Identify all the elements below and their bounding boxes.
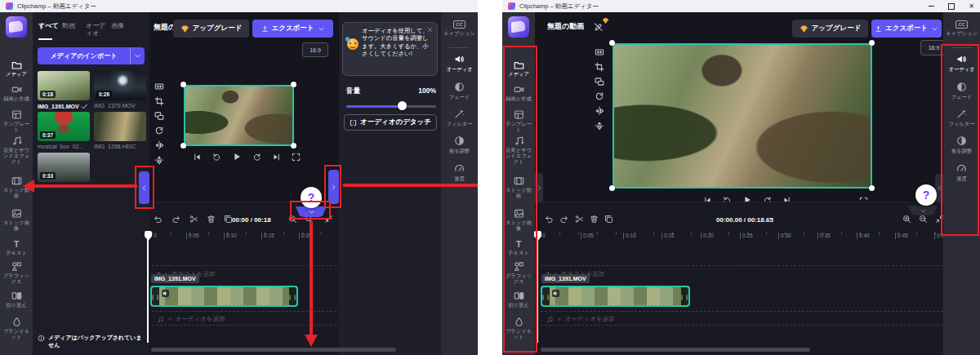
picture-in-picture-icon[interactable] [595,77,604,87]
volume-slider[interactable] [346,105,436,108]
resize-handle-tr[interactable] [291,82,296,87]
trim-handle-left[interactable]: ❘❘ [152,287,159,305]
help-button[interactable]: ? [915,184,937,206]
skip-to-end-icon[interactable] [272,153,281,162]
import-media-button[interactable]: メディアのインポート [38,47,130,64]
tab-image[interactable]: 画像 [111,22,132,29]
rotate-icon[interactable] [154,126,164,135]
clipchamp-app-logo[interactable] [6,16,27,38]
sidebar-item-media[interactable]: メディア [0,60,33,77]
sidebar-item-record[interactable]: 録画と作成 [0,84,33,101]
skip-to-start-icon[interactable] [193,153,202,162]
sidebar-item-stock-image[interactable]: ストック画像 [0,208,33,231]
zoom-in-icon[interactable] [902,215,911,224]
import-dropdown-chevron-icon[interactable] [130,47,145,64]
trash-icon[interactable] [207,215,216,224]
timeline-clip[interactable]: ❘❘ ❘❘ [541,286,690,307]
sidebar-item-templates[interactable]: テンプレート [0,109,33,132]
duplicate-icon[interactable] [604,215,613,224]
close-icon[interactable]: ✕ [969,3,974,10]
fit-icon[interactable] [595,47,604,57]
trim-handle-left[interactable]: ❘❘ [542,287,550,305]
sidebar-item-music[interactable]: 音楽とサウンドエフェクト [0,135,33,164]
undo-icon[interactable] [154,215,163,224]
fullscreen-icon[interactable] [292,153,301,162]
resize-handle-br[interactable] [869,185,875,191]
fast-forward-icon[interactable] [252,153,261,162]
resize-handle-bl[interactable] [180,143,186,149]
project-title[interactable]: 無題の動画 [154,22,173,33]
trim-handle-right[interactable]: ❘❘ [681,287,688,305]
minimize-icon[interactable] [929,6,934,7]
sidebar-item-text[interactable]: T テキスト [0,239,33,255]
rail-item-color[interactable]: 色を調整 [441,135,478,153]
flip-vertical-icon[interactable] [595,121,604,131]
audio-track-hint[interactable]: ＋オーディオを追加 [157,315,225,323]
zoom-out-icon[interactable] [919,215,928,224]
rail-item-captions[interactable]: CC キャプション [441,20,478,36]
resize-handle-br[interactable] [291,143,296,149]
resize-handle-tl[interactable] [609,40,615,46]
aspect-ratio-badge[interactable]: 16:9 [302,42,328,57]
rail-item-audio[interactable]: オーディオ [441,54,478,72]
clipchamp-app-logo[interactable] [508,16,529,38]
collapse-timeline-chevron-button[interactable] [908,206,938,215]
tab-video[interactable]: 動画 [62,22,83,29]
export-button[interactable]: エクスポート [252,20,333,38]
window-title: Clipchamp – 動画エディター [519,2,599,11]
project-title[interactable]: 無題の動画 [547,21,584,32]
sidebar-item-transitions[interactable]: 切り替え [0,291,33,308]
undo-icon[interactable] [545,215,554,224]
redo-icon[interactable] [559,215,568,224]
resize-handle-tr[interactable] [869,40,875,46]
import-media-split-button[interactable]: メディアのインポート [38,47,145,64]
audio-track-hint[interactable]: ＋オーディオを追加 [546,315,614,323]
trash-icon[interactable] [590,215,599,224]
sidebar-item-brand[interactable]: ブランドキット [0,317,33,339]
flip-horizontal-icon[interactable] [154,140,164,150]
rail-item-fade[interactable]: フェード [441,82,478,100]
close-icon[interactable] [426,26,434,33]
playhead-line[interactable] [147,231,149,343]
export-button[interactable]: エクスポート [871,20,942,38]
rewind-icon[interactable] [212,153,221,162]
timeline-scrollbar[interactable] [151,348,396,352]
media-thumb-5[interactable]: 0:33 [38,153,90,182]
video-preview[interactable] [184,85,294,146]
scissors-icon[interactable] [575,215,584,224]
crop-icon[interactable] [595,62,604,72]
video-preview[interactable] [612,43,872,189]
rail-item-filters[interactable]: フィルター [441,109,478,126]
tab-audio[interactable]: オーディオ [86,22,107,37]
timeline-clip[interactable]: ❘❘ ❘❘ [150,286,298,307]
upgrade-button[interactable]: アップグレード [173,20,249,38]
tab-all[interactable]: すべて [38,22,60,29]
rail-item-speed[interactable]: 速度 [441,163,478,181]
play-icon[interactable] [232,152,242,162]
rotate-icon[interactable] [595,91,604,101]
sidebar-item-graphics[interactable]: グラフィックス [0,261,33,284]
media-thumb-2[interactable]: 0:26 [94,71,146,100]
maximize-icon[interactable] [948,3,955,10]
flip-vertical-icon[interactable] [154,155,164,165]
track-divider [541,311,943,312]
flip-horizontal-icon[interactable] [595,106,604,116]
detach-audio-button[interactable]: オーディオのデタッチ [344,114,437,131]
scissors-icon[interactable] [189,215,198,224]
resize-handle-bl[interactable] [609,185,615,191]
volume-slider-thumb[interactable] [398,101,407,110]
picture-in-picture-icon[interactable] [154,111,164,121]
timeline-scrollbar[interactable] [541,348,810,352]
upgrade-button[interactable]: アップグレード [792,20,868,38]
crop-icon[interactable] [154,96,164,106]
media-thumb-3[interactable]: 0:37 [38,112,90,141]
media-thumb-1[interactable]: 0:18 [38,71,90,100]
media-thumb-4[interactable] [94,112,146,141]
resize-handle-tl[interactable] [180,82,186,87]
trim-handle-right[interactable]: ❘❘ [289,287,296,305]
redo-icon[interactable] [172,215,180,224]
rail-item-captions[interactable]: CC キャプション [943,20,980,36]
fit-icon[interactable] [154,82,164,91]
annotation-box-timeline-chevron [290,201,331,220]
upload-icon [875,25,882,33]
